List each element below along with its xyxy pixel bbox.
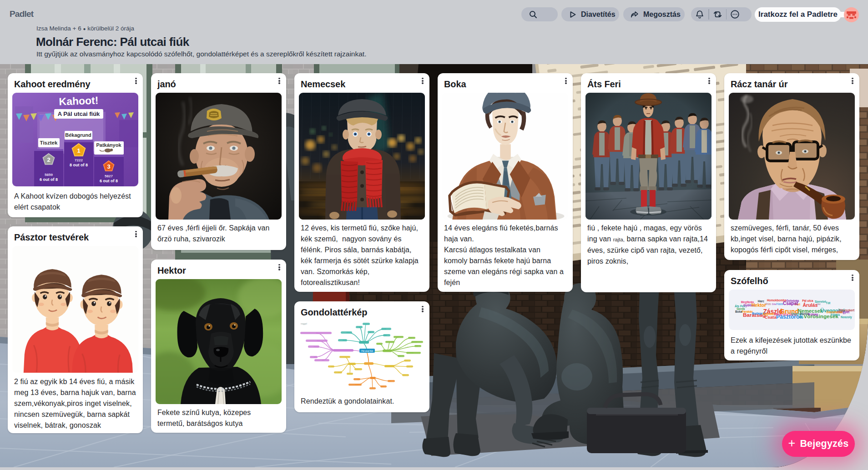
svg-text:Noszoly: Noszoly xyxy=(841,315,852,319)
svg-text:Csapat: Csapat xyxy=(783,301,798,306)
svg-text:Hektor: Hektor xyxy=(752,303,766,308)
svg-text:6 out of 8: 6 out of 8 xyxy=(100,179,118,183)
svg-text:1: 1 xyxy=(77,147,80,154)
svg-text:Kolnay: Kolnay xyxy=(808,313,818,316)
svg-text:Aggódás: Aggódás xyxy=(762,312,775,316)
svg-text:Patkányok: Patkányok xyxy=(96,142,121,148)
svg-text:2: 2 xyxy=(47,156,50,163)
svg-text:A Pál utcai fiúk: A Pál utcai fiúk xyxy=(58,110,100,117)
svg-text:6 out of 8: 6 out of 8 xyxy=(40,177,58,182)
svg-text:Összetartás: Összetartás xyxy=(826,310,843,314)
svg-text:Békagrund: Békagrund xyxy=(65,132,91,138)
svg-text:Farakás: Farakás xyxy=(742,310,753,313)
svg-text:Pál utcai fiúk: Pál utcai fiúk xyxy=(361,350,373,352)
svg-text:Árulás: Árulás xyxy=(802,302,818,308)
svg-text:Tót: Tót xyxy=(826,301,831,305)
svg-text:8 out of 8: 8 out of 8 xyxy=(70,163,88,167)
svg-text:7222: 7222 xyxy=(75,158,83,162)
svg-text:5859: 5859 xyxy=(45,173,53,177)
svg-text:Áts: Áts xyxy=(799,315,804,319)
svg-text:reggel: reggel xyxy=(301,322,307,325)
svg-text:3: 3 xyxy=(107,163,110,170)
svg-text:Kahoot!: Kahoot! xyxy=(59,94,99,107)
svg-text:Boka: Boka xyxy=(735,310,742,313)
svg-text:Tisztek: Tisztek xyxy=(40,140,58,145)
svg-text:5827: 5827 xyxy=(105,174,113,178)
svg-text:Haza: Haza xyxy=(776,302,783,305)
